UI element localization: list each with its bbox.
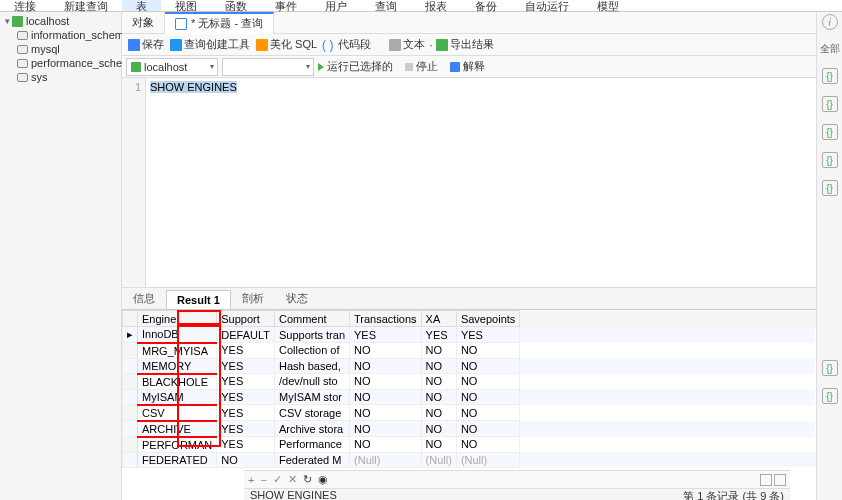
table-cell[interactable]: MyISAM — [138, 389, 217, 405]
snippet-button[interactable]: 代码段 — [336, 37, 373, 52]
connection-select[interactable]: localhost ▾ — [126, 58, 218, 76]
table-cell[interactable]: NO — [421, 358, 456, 374]
table-cell[interactable]: NO — [456, 389, 519, 405]
table-cell[interactable]: YES — [217, 343, 275, 359]
table-row[interactable]: BLACKHOLEYES/dev/null stoNONONO — [123, 374, 816, 390]
tab-objects[interactable]: 对象 — [122, 12, 165, 34]
table-cell[interactable]: YES — [217, 437, 275, 453]
menu-item[interactable]: 模型 — [583, 0, 633, 11]
col-header[interactable]: Engine — [138, 311, 217, 327]
table-cell[interactable]: YES — [350, 327, 422, 343]
table-cell[interactable]: NO — [350, 343, 422, 359]
table-cell[interactable]: (Null) — [456, 452, 519, 467]
table-cell[interactable]: NO — [456, 358, 519, 374]
snippet-icon[interactable]: {} — [822, 360, 838, 376]
table-cell[interactable]: Performance — [274, 437, 349, 453]
snippet-icon[interactable]: {} — [822, 124, 838, 140]
table-cell[interactable]: Federated M — [274, 452, 349, 467]
beautify-button[interactable]: 美化 SQL — [254, 37, 319, 52]
table-row[interactable]: CSVYESCSV storageNONONO — [123, 405, 816, 421]
text-button[interactable]: 文本 — [387, 37, 427, 52]
table-cell[interactable]: NO — [421, 405, 456, 421]
table-row[interactable]: PERFORMANYESPerformanceNONONO — [123, 437, 816, 453]
menu-item[interactable]: 备份 — [461, 0, 511, 11]
view-mode-icons[interactable] — [760, 474, 786, 486]
table-cell[interactable]: MRG_MYISA — [138, 343, 217, 359]
run-button[interactable]: 运行已选择的 — [318, 59, 393, 74]
database-select[interactable]: ▾ — [222, 58, 314, 76]
tree-connection-root[interactable]: ▾ localhost — [0, 14, 121, 28]
table-cell[interactable]: NO — [421, 437, 456, 453]
menu-item[interactable]: 事件 — [261, 0, 311, 11]
table-cell[interactable]: ARCHIVE — [138, 421, 217, 437]
table-row[interactable]: ▸InnoDBDEFAULTSupports tranYESYESYES — [123, 327, 816, 343]
col-header[interactable]: XA — [421, 311, 456, 327]
table-row[interactable]: FEDERATEDNOFederated M(Null)(Null)(Null) — [123, 452, 816, 467]
col-header[interactable]: Transactions — [350, 311, 422, 327]
save-button[interactable]: 保存 — [126, 37, 166, 52]
refresh-button[interactable]: ↻ — [303, 473, 312, 486]
table-cell[interactable]: YES — [217, 374, 275, 390]
table-cell[interactable]: BLACKHOLE — [138, 374, 217, 390]
table-cell[interactable]: FEDERATED — [138, 452, 217, 467]
table-cell[interactable]: YES — [421, 327, 456, 343]
result-tab-info[interactable]: 信息 — [122, 287, 166, 309]
table-cell[interactable]: NO — [350, 358, 422, 374]
snippet-icon[interactable]: {} — [822, 180, 838, 196]
table-cell[interactable]: NO — [350, 421, 422, 437]
snippet-icon[interactable]: {} — [822, 388, 838, 404]
table-cell[interactable]: NO — [456, 374, 519, 390]
menu-item[interactable]: 查询 — [361, 0, 411, 11]
stop-refresh-button[interactable]: ◉ — [318, 473, 328, 486]
table-cell[interactable]: InnoDB — [138, 327, 217, 343]
menu-item[interactable]: 报表 — [411, 0, 461, 11]
snippet-icon[interactable]: {} — [822, 68, 838, 84]
menu-item[interactable]: 连接 — [0, 0, 50, 11]
table-cell[interactable]: PERFORMAN — [138, 437, 217, 453]
delete-row-button[interactable]: − — [260, 474, 266, 486]
info-icon[interactable]: i — [822, 14, 838, 30]
table-cell[interactable]: NO — [421, 389, 456, 405]
table-cell[interactable]: YES — [456, 327, 519, 343]
snippet-icon[interactable]: {} — [822, 152, 838, 168]
tab-query-active[interactable]: * 无标题 - 查询 — [165, 12, 274, 34]
sql-editor[interactable]: 1 SHOW ENGINES — [122, 78, 816, 288]
result-tab-status[interactable]: 状态 — [275, 287, 319, 309]
col-header[interactable]: Savepoints — [456, 311, 519, 327]
table-row[interactable]: MRG_MYISAYESCollection ofNONONO — [123, 343, 816, 359]
table-cell[interactable]: Supports tran — [274, 327, 349, 343]
table-cell[interactable]: /dev/null sto — [274, 374, 349, 390]
table-cell[interactable]: NO — [456, 437, 519, 453]
commit-button[interactable]: ✓ — [273, 473, 282, 486]
menu-item[interactable]: 自动运行 — [511, 0, 583, 11]
menu-item[interactable]: 视图 — [161, 0, 211, 11]
menu-item[interactable]: 新建查询 — [50, 0, 122, 11]
table-cell[interactable]: CSV storage — [274, 405, 349, 421]
menu-item[interactable]: 表 — [122, 0, 161, 11]
snippet-icon[interactable]: {} — [822, 96, 838, 112]
table-row[interactable]: MEMORYYESHash based,NONONO — [123, 358, 816, 374]
table-cell[interactable]: NO — [350, 437, 422, 453]
table-cell[interactable]: DEFAULT — [217, 327, 275, 343]
tree-db-item[interactable]: mysql — [0, 42, 121, 56]
table-cell[interactable]: YES — [217, 389, 275, 405]
cancel-button[interactable]: ✕ — [288, 473, 297, 486]
table-cell[interactable]: NO — [217, 452, 275, 467]
table-cell[interactable]: NO — [456, 405, 519, 421]
menu-item[interactable]: 函数 — [211, 0, 261, 11]
table-cell[interactable]: NO — [456, 343, 519, 359]
table-cell[interactable]: NO — [421, 421, 456, 437]
table-row[interactable]: ARCHIVEYESArchive storaNONONO — [123, 421, 816, 437]
table-cell[interactable]: NO — [350, 389, 422, 405]
menu-item[interactable]: 用户 — [311, 0, 361, 11]
table-cell[interactable]: NO — [350, 374, 422, 390]
table-cell[interactable]: Collection of — [274, 343, 349, 359]
code-area[interactable]: SHOW ENGINES — [146, 78, 816, 287]
export-button[interactable]: 导出结果 — [434, 37, 496, 52]
result-tab-profile[interactable]: 剖析 — [231, 287, 275, 309]
result-tab-result1[interactable]: Result 1 — [166, 290, 231, 309]
tree-db-item[interactable]: sys — [0, 70, 121, 84]
table-cell[interactable]: NO — [421, 374, 456, 390]
expand-icon[interactable]: ▾ — [2, 16, 12, 26]
explain-button[interactable]: 解释 — [450, 59, 485, 74]
